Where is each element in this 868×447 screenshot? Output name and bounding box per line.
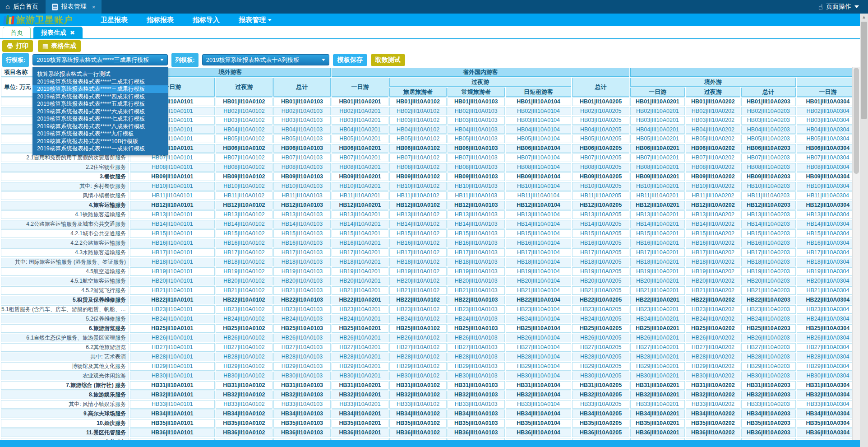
cell-code: HB26|II10A0201: [332, 334, 389, 342]
tab-report-generate[interactable]: 报表生成 ✖: [33, 27, 83, 38]
cell-code: HB35|III10A0103: [448, 419, 505, 428]
save-template-button[interactable]: 模板保存: [333, 54, 367, 66]
cell-code: HB11|III10A0103: [448, 191, 505, 200]
cell-code: HB14|III10A0203: [741, 220, 796, 228]
cell-code: HB07|III10A0203: [741, 154, 796, 162]
cell-code: HB18|III10A0201: [630, 258, 685, 266]
page-vertical-scrollbar[interactable]: ▲: [860, 14, 868, 447]
cell-code: HB04|III10A0201: [630, 126, 685, 134]
cell-code: HB09|II10A0103: [273, 172, 331, 181]
cell-code: HB25|III10A0102: [389, 324, 447, 333]
cell-code: HB10|II10A0102: [216, 182, 273, 191]
cell-code: HB06|III10A0103: [448, 144, 505, 153]
menu-item-0[interactable]: 卫星报表: [101, 16, 128, 24]
cell-code: HB19|III10A0201: [630, 267, 685, 276]
horizontal-scrollbar[interactable]: [0, 440, 860, 447]
cell-code: HB21|III10A0202: [686, 286, 740, 295]
menu-item-2[interactable]: 指标导入: [193, 16, 220, 24]
cell-code: HB17|III10A0202: [686, 248, 740, 257]
row-label: 5.租赁及保养维修服务: [1, 296, 129, 304]
cell-code: HB34|III10A0104: [506, 410, 572, 418]
generate-table-button[interactable]: ▦ 表格生成: [38, 40, 81, 52]
cell-code: HB05|II10A0103: [273, 135, 331, 143]
row-template-option-8[interactable]: 2019核算系统报表格式表*****九行模板: [32, 130, 168, 138]
row-template-option-10[interactable]: 2019核算系统报表格式表*****一成果行模板: [32, 145, 168, 153]
page-actions-menu[interactable]: ☝ 页面操作: [809, 0, 868, 14]
cell-code: HB17|III10A0304: [797, 248, 859, 257]
cell-code: HB24|III10A0102: [389, 315, 447, 323]
cell-code: HB27|II10A0103: [273, 343, 331, 352]
cell-code: HB13|II10A0102: [216, 210, 273, 219]
row-template-option-6[interactable]: 2019核算系统报表格式表*****七成果行模板: [32, 115, 168, 123]
table-row-HB20: 4.5.1航空旅客运输服务HB20|II10A0101HB20|II10A010…: [1, 277, 859, 285]
cell-code: HB11|III10A0304: [797, 191, 859, 200]
row-template-option-1[interactable]: 2019核算系统报表格式表*****二成果行模板: [32, 78, 168, 86]
tab-home[interactable]: 首页: [3, 27, 31, 38]
cell-code: HB24|II10A0103: [273, 315, 331, 323]
row-template-option-2[interactable]: 2019核算系统报表格式表*****三成果行模板: [32, 85, 168, 93]
row-template-dropdown-list: 核算系统报表格式表一行测试2019核算系统报表格式表*****二成果行模板201…: [32, 67, 168, 155]
cell-code: HB01|III10A0103: [448, 98, 505, 106]
cell-code: HB34|II10A0101: [130, 410, 215, 418]
cell-code: HB28|II10A0103: [273, 353, 331, 361]
table-row-HB17: 4.3水路旅客运输服务HB17|II10A0101HB17|II10A0102H…: [1, 248, 859, 257]
cell-code: HB10|III10A0202: [686, 182, 740, 191]
menu-item-1[interactable]: 指标报表: [147, 16, 174, 24]
cell-code: HB21|II10A0201: [332, 286, 389, 295]
cell-code: HB03|II10A0201: [332, 116, 389, 125]
backend-home-button[interactable]: ⌂ 后台首页: [0, 0, 46, 14]
cell-code: HB13|III10A0202: [686, 210, 740, 219]
cell-code: HB26|III10A0304: [797, 334, 859, 342]
fetch-test-button[interactable]: 取数测试: [371, 54, 405, 66]
topbar-tab-report-management[interactable]: 报表管理 ×: [46, 0, 102, 14]
cell-code: HB32|III10A0203: [741, 391, 796, 399]
cell-code: HB02|III10A0102: [389, 107, 447, 116]
page-scrollbar-thumb[interactable]: [861, 22, 867, 119]
cell-code: HB22|III10A0202: [686, 296, 740, 304]
cell-code: HB27|III10A0202: [686, 343, 740, 352]
cell-code: HB03|III10A0102: [389, 116, 447, 125]
cell-code: HB09|III10A0304: [797, 172, 859, 181]
cell-code: HB25|III10A0203: [741, 324, 796, 333]
print-button[interactable]: 打印: [2, 40, 33, 52]
cell-code: HB24|III10A0202: [686, 315, 740, 323]
row-template-option-3[interactable]: 2019核算系统报表格式表*****四成果行模板: [32, 93, 168, 101]
scroll-up-arrow-icon[interactable]: ▲: [860, 14, 868, 21]
row-template-option-5[interactable]: 2019核算系统报表格式表*****六成果行模板: [32, 108, 168, 116]
cell-code: HB26|II10A0103: [273, 334, 331, 342]
row-template-option-0[interactable]: 核算系统报表格式表一行测试: [32, 70, 168, 78]
cell-code: HB14|III10A0104: [506, 220, 572, 228]
sub-header-2: 总计: [273, 78, 331, 97]
table-row-HB14: 4.2公路旅客运输服务及城市公共交通服务HB14|II10A0101HB14|I…: [1, 220, 859, 228]
row-template-option-9[interactable]: 2019核算系统报表格式表*****10B行模版: [32, 138, 168, 145]
row-template-option-7[interactable]: 2019核算系统报表格式表*****八成果行模板: [32, 123, 168, 130]
cell-code: HB17|II10A0101: [130, 248, 215, 257]
cell-code: HB16|II10A0205: [572, 239, 629, 247]
cell-code: HB30|II10A0201: [332, 372, 389, 380]
cell-code: HB11|III10A0102: [389, 191, 447, 200]
topbar-tab-close-icon[interactable]: ×: [92, 4, 96, 10]
grid-vertical-scrollbar[interactable]: [852, 67, 860, 440]
grid-scrollbar-thumb[interactable]: [854, 68, 859, 174]
cell-code: HB27|III10A0102: [389, 343, 447, 352]
cell-code: HB01|III10A0201: [630, 98, 685, 106]
cell-code: HB31|III10A0103: [448, 381, 505, 390]
row-template-select[interactable]: 2019核算系统报表格式表*****三成果行模板: [32, 54, 168, 65]
leaf-header-0: 旅居旅游者: [389, 88, 447, 97]
cell-code: HB30|III10A0202: [686, 372, 740, 380]
cell-code: HB07|II10A0205: [572, 154, 629, 162]
cell-code: HB22|III10A0102: [389, 296, 447, 304]
cell-code: HB23|III10A0203: [741, 305, 796, 314]
cell-code: HB16|III10A0202: [686, 239, 740, 247]
cell-code: HB02|III10A0104: [506, 107, 572, 116]
col-template-select[interactable]: 2019核算系统报表格式表十A列模板: [202, 54, 329, 65]
tab-close-icon[interactable]: ✖: [70, 29, 75, 36]
cell-code: HB35|II10A0103: [273, 419, 331, 428]
cell-code: HB17|III10A0104: [506, 248, 572, 257]
cell-code: HB19|III10A0103: [448, 267, 505, 276]
row-template-option-4[interactable]: 2019核算系统报表格式表*****五成果行模板: [32, 100, 168, 108]
page-actions-label: 页面操作: [826, 3, 851, 11]
menu-item-3[interactable]: 报表管理: [239, 16, 272, 24]
table-row-HB19: 4.5航空运输服务HB19|II10A0101HB19|II10A0102HB1…: [1, 267, 859, 276]
cell-code: HB09|III10A0103: [448, 172, 505, 181]
